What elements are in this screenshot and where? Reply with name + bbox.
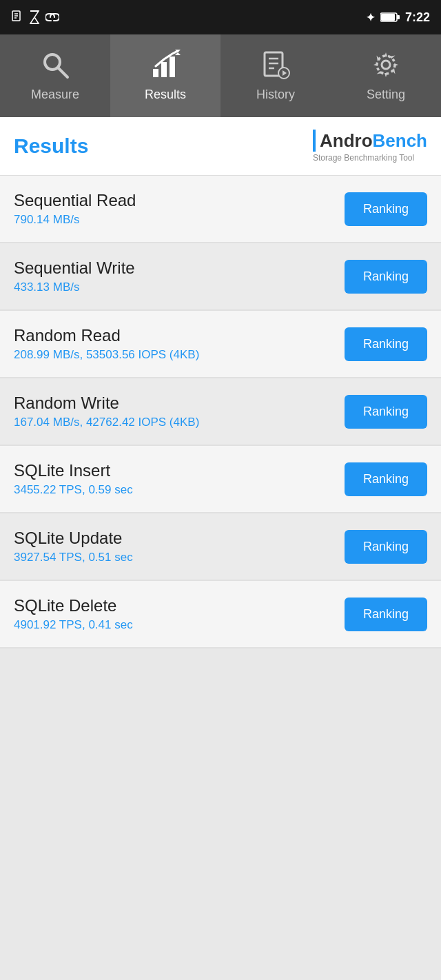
- svg-rect-8: [397, 15, 400, 19]
- result-info: SQLite Update3927.54 TPS, 0.51 sec: [14, 529, 345, 564]
- result-name: Random Write: [14, 394, 345, 413]
- result-info: SQLite Delete4901.92 TPS, 0.41 sec: [14, 596, 345, 632]
- result-name: SQLite Delete: [14, 596, 345, 615]
- link-icon: [45, 12, 59, 22]
- time-display: 7:22: [405, 10, 430, 25]
- ranking-button[interactable]: Ranking: [345, 462, 427, 496]
- result-value: 3927.54 TPS, 0.51 sec: [14, 551, 345, 564]
- result-item: Sequential Write433.13 MB/sRanking: [0, 243, 441, 311]
- hourglass-icon: [29, 10, 40, 24]
- svg-rect-13: [170, 57, 175, 77]
- svg-point-21: [382, 61, 390, 69]
- brand-subtitle: Storage Benchmarking Tool: [313, 153, 414, 163]
- result-value: 433.13 MB/s: [14, 280, 345, 294]
- result-item: SQLite Delete4901.92 TPS, 0.41 secRankin…: [0, 581, 441, 649]
- ranking-button[interactable]: Ranking: [345, 260, 427, 294]
- chart-icon: [150, 50, 181, 83]
- result-item: Sequential Read790.14 MB/sRanking: [0, 176, 441, 243]
- status-bar: ✦ 7:22: [0, 0, 441, 34]
- result-info: Random Write167.04 MB/s, 42762.42 IOPS (…: [14, 394, 345, 429]
- doc-icon: [11, 10, 23, 24]
- brand-bar-decoration: [313, 130, 316, 152]
- result-name: SQLite Insert: [14, 461, 345, 480]
- search-icon: [40, 50, 70, 83]
- results-list: Sequential Read790.14 MB/sRankingSequent…: [0, 176, 441, 649]
- result-info: Sequential Read790.14 MB/s: [14, 191, 345, 227]
- tab-results-label: Results: [145, 88, 186, 102]
- result-value: 167.04 MB/s, 42762.42 IOPS (4KB): [14, 416, 345, 429]
- result-value: 790.14 MB/s: [14, 213, 345, 227]
- battery-icon: [380, 12, 400, 23]
- status-icons-right: ✦ 7:22: [366, 10, 430, 25]
- svg-rect-7: [381, 14, 395, 21]
- result-name: Sequential Write: [14, 258, 345, 278]
- svg-rect-12: [161, 62, 167, 77]
- svg-line-10: [59, 68, 68, 77]
- result-item: SQLite Update3927.54 TPS, 0.51 secRankin…: [0, 513, 441, 581]
- result-value: 208.99 MB/s, 53503.56 IOPS (4KB): [14, 348, 345, 362]
- page-header: Results AndroBench Storage Benchmarking …: [0, 117, 441, 176]
- result-info: Sequential Write433.13 MB/s: [14, 258, 345, 294]
- ranking-button[interactable]: Ranking: [345, 327, 427, 361]
- tab-setting-label: Setting: [367, 88, 405, 102]
- result-name: SQLite Update: [14, 529, 345, 548]
- page-title: Results: [14, 134, 88, 158]
- ranking-button[interactable]: Ranking: [345, 598, 427, 631]
- bluetooth-icon: ✦: [366, 11, 375, 24]
- ranking-button[interactable]: Ranking: [345, 395, 427, 429]
- tab-bar: Measure Results History: [0, 34, 441, 117]
- result-value: 4901.92 TPS, 0.41 sec: [14, 618, 345, 632]
- tab-measure[interactable]: Measure: [0, 34, 110, 117]
- brand-name: AndroBench: [313, 130, 427, 152]
- tab-setting[interactable]: Setting: [331, 34, 441, 117]
- ranking-button[interactable]: Ranking: [345, 192, 427, 226]
- brand-bench: Bench: [373, 130, 427, 152]
- svg-point-22: [377, 56, 395, 74]
- history-icon: [260, 50, 291, 83]
- result-item: Random Write167.04 MB/s, 42762.42 IOPS (…: [0, 378, 441, 446]
- result-info: Random Read208.99 MB/s, 53503.56 IOPS (4…: [14, 326, 345, 362]
- result-item: Random Read208.99 MB/s, 53503.56 IOPS (4…: [0, 311, 441, 378]
- tab-history-label: History: [256, 88, 295, 102]
- brand-andro: Andro: [320, 130, 373, 152]
- svg-rect-11: [153, 69, 158, 77]
- tab-history[interactable]: History: [220, 34, 331, 117]
- gear-icon: [371, 50, 401, 83]
- tab-measure-label: Measure: [31, 88, 79, 102]
- tab-results[interactable]: Results: [110, 34, 220, 117]
- ranking-button[interactable]: Ranking: [345, 530, 427, 564]
- result-name: Random Read: [14, 326, 345, 345]
- brand-logo: AndroBench Storage Benchmarking Tool: [313, 130, 427, 163]
- status-icons-left: [11, 10, 59, 24]
- result-item: SQLite Insert3455.22 TPS, 0.59 secRankin…: [0, 446, 441, 513]
- result-name: Sequential Read: [14, 191, 345, 210]
- result-value: 3455.22 TPS, 0.59 sec: [14, 483, 345, 497]
- result-info: SQLite Insert3455.22 TPS, 0.59 sec: [14, 461, 345, 497]
